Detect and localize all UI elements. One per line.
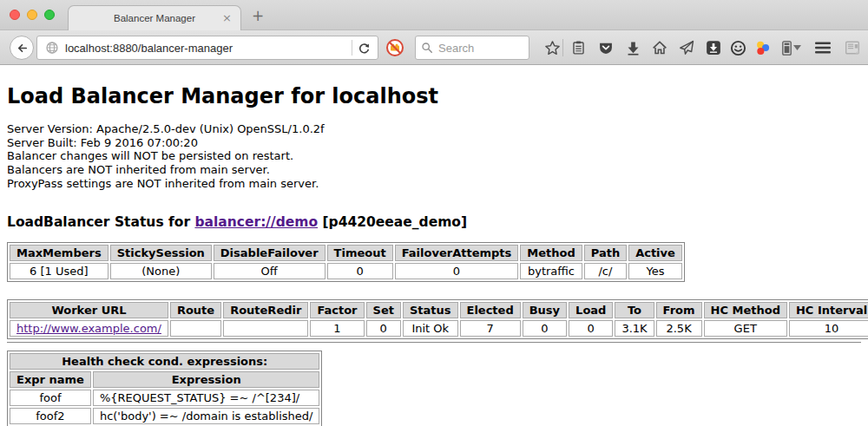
route-redir-value [223, 320, 308, 337]
column-header: StickySession [110, 245, 212, 261]
column-header: Route [170, 302, 221, 318]
path-value: /c/ [584, 263, 627, 279]
heading-suffix: [p4420eeae_demo] [318, 214, 467, 230]
column-header: Elected [460, 302, 521, 318]
column-header: Expression [93, 371, 320, 388]
column-header: Set [366, 302, 401, 318]
plugin-block-icon[interactable] [385, 38, 404, 57]
active-value: Yes [628, 263, 682, 279]
tab-title: Balancer Manager [114, 13, 195, 23]
balancer-demo-link[interactable]: balancer://demo [194, 214, 318, 230]
expression-value: hc('body') =~ /domain is established/ [93, 408, 320, 424]
table-caption-row: Health check cond. expressions: [10, 353, 319, 370]
page-content: Load Balancer Manager for localhost Serv… [0, 65, 868, 425]
reader-icon[interactable] [844, 39, 861, 56]
browser-window: Balancer Manager × + localhost:8880/bala… [0, 0, 868, 426]
set-value: 0 [366, 320, 401, 337]
balancer-status-heading: LoadBalancer Status for balancer://demo … [7, 214, 861, 230]
route-value [170, 320, 221, 337]
close-icon[interactable] [10, 10, 20, 20]
url-text[interactable]: localhost:8880/balancer-manager [65, 42, 346, 55]
minimize-icon[interactable] [27, 10, 37, 20]
health-check-table: Health check cond. expressions: Expr nam… [7, 351, 322, 426]
worker-url-cell: http://www.example.com/ [10, 320, 168, 337]
table-header-row: MaxMembers StickySession DisableFailover… [10, 245, 682, 261]
reload-button[interactable] [358, 42, 371, 55]
failover-attempts-value: 0 [395, 263, 519, 279]
navigation-toolbar: localhost:8880/balancer-manager [0, 30, 868, 65]
urlbar-divider [352, 40, 352, 56]
server-info: Server Version: Apache/2.5.0-dev (Unix) … [7, 122, 861, 191]
tab-close-icon[interactable]: × [222, 11, 232, 24]
expr-name-value: foof2 [10, 408, 91, 424]
home-icon[interactable] [651, 39, 668, 56]
hamburger-menu-icon[interactable] [814, 39, 832, 56]
window-controls [10, 10, 55, 20]
url-bar[interactable]: localhost:8880/balancer-manager [36, 36, 378, 60]
column-header: RouteRedir [223, 302, 308, 318]
worker-url-link[interactable]: http://www.example.com/ [16, 322, 161, 335]
column-header: Factor [310, 302, 364, 318]
status-value: Init Ok [403, 320, 458, 337]
hc-interval-value: 10 [789, 320, 868, 337]
server-built-line: Server Built: Feb 9 2016 07:00:20 [7, 136, 861, 150]
server-version-line: Server Version: Apache/2.5.0-dev (Unix) … [7, 122, 861, 136]
column-header: Path [584, 245, 627, 261]
max-members-value: 6 [1 Used] [10, 263, 108, 279]
back-button[interactable] [10, 36, 34, 60]
send-icon[interactable] [678, 39, 695, 56]
titlebar: Balancer Manager × + [0, 0, 868, 30]
column-header: From [656, 302, 702, 318]
to-value: 3.1K [615, 320, 654, 337]
column-header: MaxMembers [10, 245, 108, 261]
section-divider [7, 342, 861, 344]
load-value: 0 [569, 320, 613, 337]
disable-failover-value: Off [214, 263, 326, 279]
smiley-icon[interactable] [729, 39, 746, 56]
download-icon[interactable] [624, 39, 641, 56]
sticky-session-value: (None) [110, 263, 212, 279]
globe-icon [45, 41, 59, 55]
page-title: Load Balancer Manager for localhost [7, 65, 861, 108]
pocket-icon[interactable] [597, 39, 615, 56]
bookmark-star-icon[interactable] [543, 39, 561, 56]
workers-table: Worker URL Route RouteRedir Factor Set S… [7, 299, 868, 339]
zoom-icon[interactable] [44, 10, 55, 20]
table-row: 6 [1 Used] (None) Off 0 0 bytraffic /c/ … [10, 263, 682, 279]
column-header: DisableFailover [214, 245, 326, 261]
hc-method-value: GET [704, 320, 787, 337]
new-tab-button[interactable]: + [252, 7, 264, 24]
expression-value: %{REQUEST_STATUS} =~ /^[234]/ [93, 390, 320, 406]
worker-row: http://www.example.com/ 1 0 Init Ok 7 0 … [10, 320, 868, 337]
factor-value: 1 [310, 320, 364, 337]
from-value: 2.5K [656, 320, 702, 337]
download-square-icon[interactable] [705, 39, 722, 56]
proxypass-notice-line: ProxyPass settings are NOT inherited fro… [7, 177, 861, 191]
method-value: bytraffic [520, 263, 582, 279]
table-row: foof %{REQUEST_STATUS} =~ /^[234]/ [10, 390, 319, 406]
back-icon [16, 42, 29, 55]
heading-prefix: LoadBalancer Status for [7, 214, 194, 230]
search-bar[interactable] [415, 36, 529, 60]
elected-value: 7 [460, 320, 521, 337]
dots-icon[interactable] [753, 39, 771, 56]
column-header: Status [403, 302, 458, 318]
timeout-value: 0 [327, 263, 393, 279]
table-header-row: Expr name Expression [10, 371, 319, 388]
caret-down-icon[interactable] [792, 39, 802, 56]
inherit-notice-line: Balancers are NOT inherited from main se… [7, 163, 861, 177]
column-header: Load [569, 302, 613, 318]
column-header: HC Interval [789, 302, 868, 318]
column-header: Active [628, 245, 682, 261]
table-header-row: Worker URL Route RouteRedir Factor Set S… [10, 302, 868, 318]
search-input[interactable] [438, 42, 525, 55]
expr-name-value: foof [10, 390, 91, 406]
toolbar-divider [562, 39, 563, 56]
health-table-caption: Health check cond. expressions: [10, 353, 319, 370]
clipboard-icon[interactable] [569, 39, 587, 56]
balancer-settings-table: MaxMembers StickySession DisableFailover… [7, 242, 685, 282]
column-header: To [615, 302, 654, 318]
tab-balancer-manager[interactable]: Balancer Manager × [68, 5, 241, 30]
busy-value: 0 [523, 320, 567, 337]
column-header: HC Method [704, 302, 787, 318]
